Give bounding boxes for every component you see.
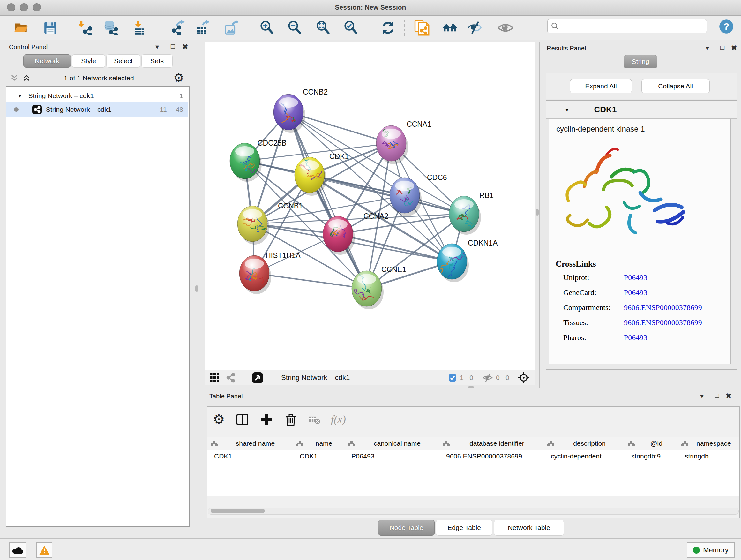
- table-hscrollbar[interactable]: [208, 508, 739, 515]
- results-panel-close-icon[interactable]: ✖: [731, 44, 738, 52]
- hide-selected-button[interactable]: [466, 19, 484, 37]
- table-cell[interactable]: CDK1: [207, 450, 293, 462]
- crosslink-value-link[interactable]: 9606.ENSP00000378699: [624, 318, 702, 327]
- table-cell[interactable]: stringdb: [678, 450, 739, 462]
- control-panel-collapse-icon[interactable]: ▾: [155, 43, 159, 51]
- show-columns-icon[interactable]: [235, 413, 249, 427]
- table-cell[interactable]: cyclin-dependent ...: [544, 450, 624, 462]
- save-session-button[interactable]: [42, 19, 59, 37]
- network-node-CCNA1[interactable]: CCNA1: [376, 120, 431, 164]
- table-cell[interactable]: CDK1: [293, 450, 344, 462]
- table-cell[interactable]: P06493: [344, 450, 439, 462]
- memory-button[interactable]: Memory: [687, 543, 735, 558]
- column-header-shared-name[interactable]: shared name: [207, 437, 293, 450]
- import-table-button[interactable]: [130, 19, 148, 37]
- network-node-CCNA2[interactable]: CCNA2: [323, 212, 388, 255]
- network-node-HIST1H1A[interactable]: HIST1H1A: [239, 251, 301, 294]
- import-network-database-button[interactable]: [102, 19, 120, 37]
- tab-network-table[interactable]: Network Table: [494, 520, 564, 536]
- expand-all-button[interactable]: Expand All: [570, 79, 632, 93]
- left-splitter-handle[interactable]: [195, 286, 198, 292]
- add-column-icon[interactable]: [259, 413, 273, 427]
- zoom-fit-button[interactable]: [314, 19, 332, 37]
- column-header--id[interactable]: @id: [624, 437, 678, 450]
- column-header-database-identifier[interactable]: database identifier: [439, 437, 544, 450]
- function-builder-icon[interactable]: f(x): [331, 414, 346, 426]
- tab-node-table[interactable]: Node Table: [378, 520, 434, 536]
- network-node-CDC25B[interactable]: CDC25B: [230, 139, 286, 182]
- network-node-CCNE1[interactable]: CCNE1: [352, 265, 406, 309]
- crosslink-value-link[interactable]: P06493: [624, 333, 647, 342]
- network-node-CDC6[interactable]: CDC6: [390, 173, 447, 216]
- column-header-description[interactable]: description: [544, 437, 624, 450]
- export-image-button[interactable]: [222, 19, 240, 37]
- first-neighbors-button[interactable]: [441, 19, 459, 37]
- network-graph[interactable]: CCNB2CCNA1CDC25BCDK1CDC6RB1CCNB1CCNA2CDK…: [205, 42, 535, 370]
- tab-edge-table[interactable]: Edge Table: [436, 520, 492, 536]
- control-panel-close-icon[interactable]: ✖: [182, 43, 189, 51]
- tab-sets[interactable]: Sets: [141, 54, 173, 68]
- control-panel: Control Panel ▾ □ ✖ NetworkStyleSelectSe…: [0, 40, 204, 538]
- attribute-table[interactable]: shared namenamecanonical namedatabase id…: [207, 437, 739, 496]
- fit-selected-crosshair-icon[interactable]: [518, 372, 530, 384]
- table-hscrollbar-thumb[interactable]: [211, 509, 265, 513]
- apply-layout-button[interactable]: [379, 19, 397, 37]
- delete-table-icon[interactable]: [308, 413, 321, 426]
- collapse-all-tree-icon[interactable]: [10, 73, 19, 84]
- table-panel-collapse-icon[interactable]: ▾: [700, 392, 704, 400]
- zoom-selected-button[interactable]: [342, 19, 360, 37]
- network-node-CDKN1A[interactable]: CDKN1A: [437, 239, 498, 282]
- grid-view-icon[interactable]: [209, 372, 220, 383]
- tab-select[interactable]: Select: [106, 54, 140, 68]
- crosslink-value-link[interactable]: P06493: [624, 273, 647, 282]
- import-network-file-button[interactable]: [77, 19, 94, 37]
- tree-expander-icon[interactable]: ▾: [18, 92, 21, 99]
- selected-checkbox-icon[interactable]: [448, 374, 457, 382]
- clone-network-button[interactable]: [413, 19, 430, 37]
- network-node-CCNB2[interactable]: CCNB2: [273, 88, 328, 133]
- birds-eye-view-icon[interactable]: [252, 372, 263, 383]
- tab-string[interactable]: String: [623, 55, 657, 68]
- network-node-RB1[interactable]: RB1: [449, 191, 494, 235]
- crosslink-row: Uniprot:P06493: [563, 273, 723, 282]
- collapse-all-button[interactable]: Collapse All: [642, 79, 710, 93]
- network-canvas[interactable]: CCNB2CCNA1CDC25BCDK1CDC6RB1CCNB1CCNA2CDK…: [205, 42, 535, 370]
- tab-network[interactable]: Network: [23, 54, 71, 68]
- zoom-in-button[interactable]: [258, 19, 276, 37]
- table-cell[interactable]: 9606.ENSP00000378699: [439, 450, 544, 462]
- column-header-namespace[interactable]: namespace: [678, 437, 739, 450]
- column-header-canonical-name[interactable]: canonical name: [344, 437, 440, 450]
- right-splitter-handle[interactable]: [536, 209, 539, 215]
- delete-column-icon[interactable]: [284, 413, 298, 427]
- table-cell[interactable]: stringdb:9...: [624, 450, 678, 462]
- search-input[interactable]: [559, 22, 694, 30]
- network-row-selected[interactable]: String Network – cdk1 11 48: [6, 102, 188, 117]
- table-panel-close-icon[interactable]: ✖: [726, 392, 732, 400]
- network-view-icon[interactable]: [225, 372, 236, 383]
- network-node-CDK1[interactable]: CDK1: [294, 152, 349, 196]
- network-collection-row[interactable]: ▾ String Network – cdk1 1: [6, 89, 188, 102]
- results-panel-float-icon[interactable]: □: [720, 44, 725, 52]
- help-button[interactable]: ?: [719, 19, 734, 36]
- crosslink-value-link[interactable]: 9606.ENSP00000378699: [624, 303, 702, 312]
- network-edges[interactable]: [245, 112, 464, 289]
- expand-all-tree-icon[interactable]: [22, 73, 31, 84]
- network-options-gear-icon[interactable]: ⚙: [173, 71, 184, 85]
- open-session-button[interactable]: [12, 19, 30, 37]
- gene-header-row[interactable]: ▾ CDK1: [546, 101, 737, 119]
- export-table-button[interactable]: [193, 19, 211, 37]
- crosslink-value-link[interactable]: P06493: [624, 288, 647, 297]
- control-panel-float-icon[interactable]: □: [171, 42, 176, 51]
- hidden-eye-slash-icon[interactable]: [482, 373, 493, 383]
- warnings-button[interactable]: [37, 543, 52, 558]
- table-panel-float-icon[interactable]: □: [715, 391, 720, 400]
- tab-style[interactable]: Style: [72, 54, 105, 68]
- show-all-button[interactable]: [496, 19, 515, 37]
- zoom-out-button[interactable]: [286, 19, 304, 37]
- results-panel-collapse-icon[interactable]: ▾: [705, 44, 710, 52]
- export-network-button[interactable]: [169, 19, 186, 37]
- column-header-name[interactable]: name: [293, 437, 345, 450]
- table-gear-icon[interactable]: ⚙: [213, 413, 225, 426]
- cloud-status-button[interactable]: [9, 543, 26, 558]
- gene-expander-icon[interactable]: ▾: [565, 106, 569, 113]
